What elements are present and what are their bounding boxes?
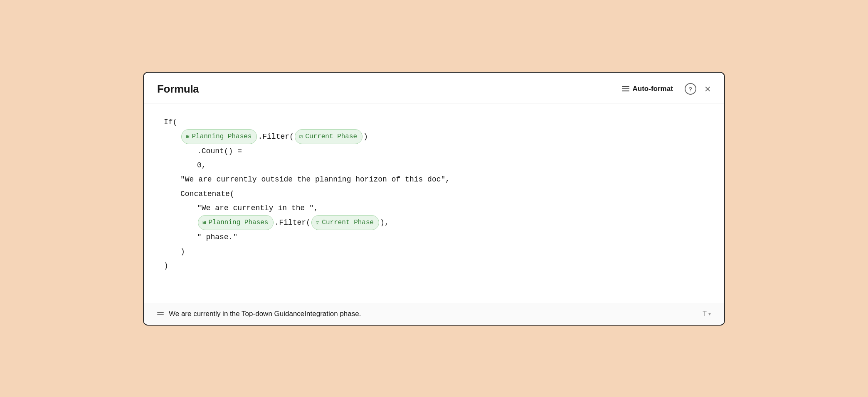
code-line-1: If( [164, 115, 704, 129]
planning-phases-label-1: Planning Phases [192, 130, 252, 143]
filter-open-2: .Filter( [274, 216, 310, 230]
code-line-10: ) [164, 245, 704, 259]
filter-open-1: .Filter( [258, 130, 293, 144]
table-icon-1: ⊞ [186, 131, 189, 142]
code-line-7: "We are currently in the ", [164, 201, 704, 215]
current-phase-label-2: Current Phase [322, 216, 374, 229]
type-label: T [703, 310, 707, 318]
close-button[interactable]: × [705, 83, 711, 94]
help-icon[interactable]: ? [685, 83, 696, 95]
modal-header: Formula Auto-format ? × [144, 73, 724, 103]
phase-string: " phase." [197, 230, 237, 244]
checkbox-icon-1: ☑ [299, 131, 303, 142]
count-equals: .Count() = [197, 144, 242, 158]
modal-footer: We are currently in the Top-down Guidanc… [144, 303, 724, 325]
auto-format-label: Auto-format [633, 85, 673, 93]
lines-icon [622, 86, 629, 91]
planning-phases-chip-1[interactable]: ⊞ Planning Phases [181, 129, 257, 144]
table-icon-2: ⊞ [202, 217, 206, 228]
in-the-string: "We are currently in the ", [197, 201, 318, 215]
checkbox-icon-2: ☑ [316, 217, 319, 228]
chevron-down-icon: ▾ [708, 311, 711, 317]
auto-format-button[interactable]: Auto-format [619, 83, 676, 95]
current-phase-chip-1[interactable]: ☑ Current Phase [295, 129, 362, 144]
filter-close-2: ), [380, 216, 389, 230]
equals-icon [157, 312, 164, 315]
formula-modal: Formula Auto-format ? × If( ⊞ Planning P… [143, 72, 725, 326]
zero-comma: 0, [197, 158, 206, 172]
code-line-5: "We are currently outside the planning h… [164, 172, 704, 186]
code-line-6: Concatenate( [164, 187, 704, 201]
concatenate-close: ) [180, 245, 185, 259]
result-text: We are currently in the Top-down Guidanc… [169, 310, 361, 318]
footer-result: We are currently in the Top-down Guidanc… [157, 310, 361, 318]
formula-editor[interactable]: If( ⊞ Planning Phases .Filter( ☑ Current… [144, 103, 724, 303]
footer-type[interactable]: T ▾ [703, 310, 711, 318]
code-line-9: " phase." [164, 230, 704, 244]
code-line-8: ⊞ Planning Phases .Filter( ☑ Current Pha… [164, 215, 704, 230]
code-line-2: ⊞ Planning Phases .Filter( ☑ Current Pha… [164, 129, 704, 144]
concatenate-open: Concatenate( [180, 187, 234, 201]
modal-title: Formula [157, 83, 199, 96]
outside-string: "We are currently outside the planning h… [180, 172, 450, 186]
code-line-3: .Count() = [164, 144, 704, 158]
current-phase-chip-2[interactable]: ☑ Current Phase [311, 215, 379, 230]
if-close: ) [164, 259, 168, 273]
current-phase-label-1: Current Phase [305, 130, 357, 143]
if-open: If( [164, 115, 177, 129]
planning-phases-label-2: Planning Phases [208, 216, 268, 229]
filter-close-1: ) [363, 130, 368, 144]
header-actions: Auto-format ? × [619, 83, 711, 95]
code-line-4: 0, [164, 158, 704, 172]
planning-phases-chip-2[interactable]: ⊞ Planning Phases [198, 215, 274, 230]
code-line-11: ) [164, 259, 704, 273]
